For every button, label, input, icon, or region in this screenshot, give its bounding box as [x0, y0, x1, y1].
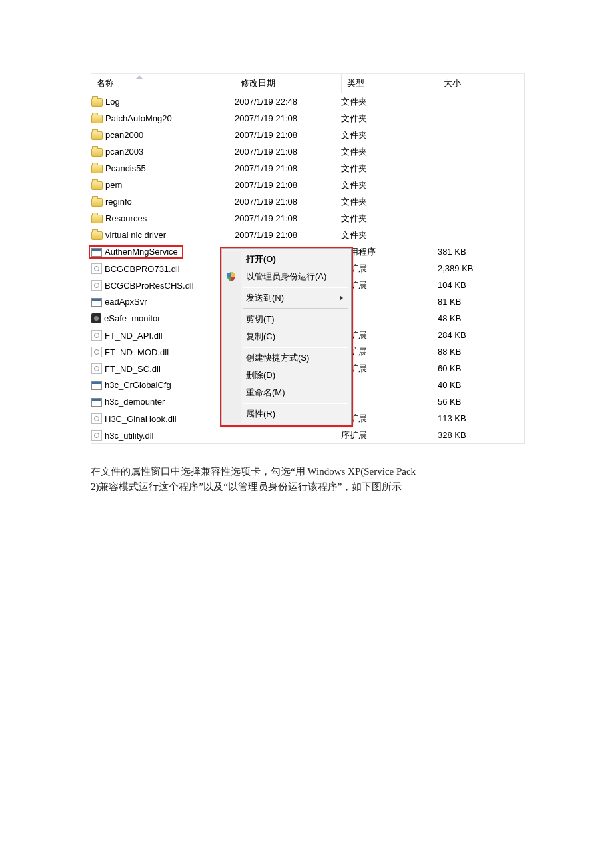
file-name-cell[interactable]: pcan2003: [91, 143, 235, 160]
file-name-cell[interactable]: H3C_GinaHook.dll: [91, 410, 235, 427]
folder-icon: [91, 165, 103, 173]
file-type-cell: 序扩展: [341, 427, 438, 443]
table-row[interactable]: Log2007/1/19 22:48文件夹: [91, 93, 524, 111]
file-name-cell[interactable]: pem: [91, 177, 235, 193]
file-type-cell: 序扩展: [341, 260, 438, 277]
column-header-name[interactable]: 名称: [91, 74, 235, 93]
table-row[interactable]: pcan20002007/1/19 21:08文件夹: [91, 127, 524, 143]
file-size-cell: [438, 93, 524, 111]
application-icon: [91, 398, 102, 407]
file-type-cell: 应用程序: [341, 243, 438, 260]
column-header-size[interactable]: 大小: [438, 74, 524, 93]
uac-shield-icon: [227, 272, 235, 281]
file-size-cell: 88 KB: [438, 343, 524, 360]
file-name-label: h3c_demounter: [105, 397, 165, 407]
file-name-label: eSafe_monitor: [104, 313, 161, 323]
file-name-cell[interactable]: reginfo: [91, 193, 235, 210]
file-date-cell: 2007/1/19 21:08: [235, 177, 341, 193]
table-row[interactable]: pcan20032007/1/19 21:08文件夹: [91, 143, 524, 160]
file-name-cell[interactable]: h3c_CrGlobalCfg: [91, 377, 235, 393]
file-name-label: FT_ND_MOD.dll: [105, 347, 169, 357]
file-name-cell[interactable]: h3c_utility.dll: [91, 427, 235, 443]
file-name-cell[interactable]: FT_ND_SC.dll: [91, 360, 235, 377]
file-size-cell: 81 KB: [438, 293, 524, 310]
table-row[interactable]: Pcandis552007/1/19 21:08文件夹: [91, 160, 524, 177]
file-date-cell: 2007/1/19 21:08: [235, 227, 341, 243]
file-size-cell: [438, 160, 524, 177]
file-size-cell: [438, 127, 524, 143]
file-name-label: Resources: [105, 213, 147, 223]
file-name-label: FT_ND_SC.dll: [105, 364, 161, 374]
file-type-cell: 文件夹: [341, 227, 438, 243]
file-date-cell: 2007/1/19 21:08: [235, 193, 341, 210]
explorer-window: 名称 修改日期 类型 大小 Log2007/1/19 22:48文件夹Patch…: [91, 73, 525, 444]
file-name-cell[interactable]: pcan2000: [91, 127, 235, 143]
file-name-cell[interactable]: h3c_demounter: [91, 393, 235, 410]
file-date-cell: 2007/1/19 21:08: [235, 110, 341, 127]
file-name-label: AuthenMngService: [105, 247, 178, 257]
table-row[interactable]: h3c_utility.dll序扩展328 KB: [91, 427, 524, 443]
ctx-open[interactable]: 打开(O): [223, 251, 350, 268]
file-name-label: h3c_CrGlobalCfg: [105, 380, 171, 390]
file-name-label: BCGCBProResCHS.dll: [105, 281, 194, 291]
context-menu-separator: [243, 287, 348, 288]
ctx-rename[interactable]: 重命名(M): [223, 384, 350, 401]
file-name-cell[interactable]: FT_ND_API.dll: [91, 327, 235, 343]
file-type-cell: 序扩展: [341, 410, 438, 427]
dll-icon: [91, 330, 102, 341]
file-name-cell[interactable]: Resources: [91, 210, 235, 227]
ctx-send-to[interactable]: 发送到(N): [223, 289, 350, 307]
folder-icon: [91, 215, 103, 223]
file-name-label: pem: [105, 180, 122, 190]
instruction-line-1: 在文件的属性窗口中选择兼容性选项卡，勾选“用 Windows XP(Servic…: [91, 466, 416, 477]
file-size-cell: 284 KB: [438, 327, 524, 343]
file-size-cell: [438, 177, 524, 193]
column-header-type[interactable]: 类型: [341, 74, 438, 93]
file-type-cell: 序: [341, 293, 438, 310]
sort-indicator-icon: [136, 75, 143, 79]
file-name-cell[interactable]: virtual nic driver: [91, 227, 235, 243]
dll-icon: [91, 280, 102, 291]
file-name-cell[interactable]: BCGCBPRO731.dll: [91, 260, 235, 277]
folder-icon: [91, 181, 103, 190]
ctx-copy[interactable]: 复制(C): [223, 328, 350, 345]
dll-icon: [91, 347, 102, 357]
table-row[interactable]: Resources2007/1/19 21:08文件夹: [91, 210, 524, 227]
file-name-cell[interactable]: AuthenMngService: [91, 243, 235, 260]
column-header-name-label: 名称: [97, 78, 114, 88]
column-header-date[interactable]: 修改日期: [235, 74, 341, 93]
ctx-create-shortcut[interactable]: 创建快捷方式(S): [223, 349, 350, 367]
ctx-properties[interactable]: 属性(R): [223, 405, 350, 423]
ctx-cut[interactable]: 剪切(T): [223, 311, 350, 328]
file-name-label: reginfo: [105, 197, 132, 207]
instruction-paragraph: 在文件的属性窗口中选择兼容性选项卡，勾选“用 Windows XP(Servic…: [91, 464, 524, 495]
file-size-cell: 2,389 KB: [438, 260, 524, 277]
folder-icon: [91, 198, 103, 207]
dll-icon: [91, 363, 102, 374]
ctx-delete[interactable]: 删除(D): [223, 367, 350, 384]
application-icon: [91, 298, 102, 307]
table-row[interactable]: virtual nic driver2007/1/19 21:08文件夹: [91, 227, 524, 243]
file-name-cell[interactable]: PatchAutoMng20: [91, 110, 235, 127]
ctx-run-as-admin[interactable]: 以管理员身份运行(A): [223, 268, 350, 285]
file-name-cell[interactable]: eSafe_monitor: [91, 310, 235, 327]
file-type-cell: 序扩展: [341, 343, 438, 360]
table-row[interactable]: pem2007/1/19 21:08文件夹: [91, 177, 524, 193]
file-name-cell[interactable]: Log: [91, 93, 235, 111]
file-date-cell: 2007/1/19 21:08: [235, 143, 341, 160]
file-name-cell[interactable]: FT_ND_MOD.dll: [91, 343, 235, 360]
file-name-cell[interactable]: eadApxSvr: [91, 293, 235, 310]
file-size-cell: 381 KB: [438, 243, 524, 260]
context-menu: 打开(O) 以管理员身份运行(A) 发送到(N) 剪切(T) 复制(C) 创建快…: [221, 248, 352, 425]
file-size-cell: [438, 227, 524, 243]
table-row[interactable]: reginfo2007/1/19 21:08文件夹: [91, 193, 524, 210]
file-name-cell[interactable]: BCGCBProResCHS.dll: [91, 277, 235, 293]
file-name-cell[interactable]: Pcandis55: [91, 160, 235, 177]
file-name-label: FT_ND_API.dll: [105, 331, 163, 341]
file-type-cell: 文件夹: [341, 193, 438, 210]
file-size-cell: [438, 210, 524, 227]
file-type-cell: 文件夹: [341, 110, 438, 127]
file-type-cell: 文件夹: [341, 160, 438, 177]
file-size-cell: 113 KB: [438, 410, 524, 427]
table-row[interactable]: PatchAutoMng202007/1/19 21:08文件夹: [91, 110, 524, 127]
